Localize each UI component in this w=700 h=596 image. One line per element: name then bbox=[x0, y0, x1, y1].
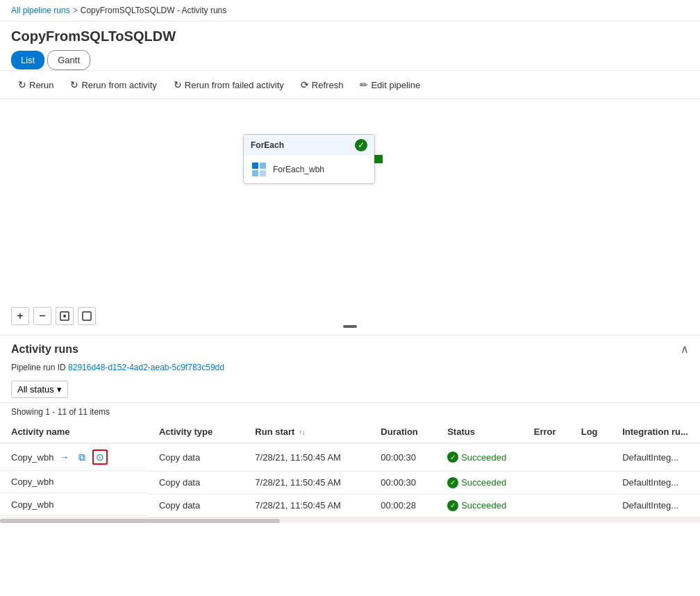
refresh-label: Refresh bbox=[312, 80, 344, 90]
col-header-duration: Duration bbox=[369, 421, 436, 443]
activity-name-text: Copy_wbh bbox=[11, 477, 53, 487]
table-header-row: Activity name Activity type Run start ↑↓… bbox=[0, 421, 700, 443]
svg-rect-6 bbox=[83, 312, 91, 320]
action-icons: →⧉⊙ bbox=[56, 449, 108, 465]
cell-duration: 00:00:28 bbox=[369, 494, 436, 517]
canvas-controls: + − bbox=[11, 307, 96, 325]
svg-rect-3 bbox=[260, 170, 266, 176]
breadcrumb: All pipeline runs > CopyFromSQLToSQLDW -… bbox=[0, 0, 700, 22]
foreach-body: ForEach_wbh bbox=[244, 156, 374, 183]
status-success-icon: ✓ bbox=[447, 477, 458, 488]
collapse-button[interactable]: ∧ bbox=[681, 342, 689, 356]
cell-status: ✓Succeeded bbox=[436, 494, 523, 517]
table-row: Copy_wbhCopy data7/28/21, 11:50:45 AM00:… bbox=[0, 494, 700, 517]
status-text: Succeeded bbox=[461, 500, 506, 511]
cell-error bbox=[523, 494, 570, 517]
refresh-icon: ⟳ bbox=[301, 79, 309, 90]
view-icon[interactable]: ⊙ bbox=[92, 449, 108, 465]
rerun-icon: ↻ bbox=[18, 79, 26, 90]
cell-status: ✓Succeeded bbox=[436, 471, 523, 494]
status-filter-label: All status bbox=[17, 384, 54, 395]
cell-activity-name: Copy_wbh bbox=[0, 471, 148, 493]
canvas-area: ForEach ✓ ForEach_wbh + − bbox=[0, 99, 700, 336]
cell-activity-type: Copy data bbox=[148, 471, 244, 494]
svg-rect-0 bbox=[252, 163, 258, 169]
chevron-down-icon: ▾ bbox=[57, 384, 62, 395]
pipeline-run-id-row: Pipeline run ID 82916d48-d152-4ad2-aeab-… bbox=[0, 363, 700, 376]
status-success-icon: ✓ bbox=[447, 452, 458, 463]
cell-log bbox=[570, 443, 611, 471]
horizontal-scrollbar[interactable] bbox=[0, 518, 700, 523]
cell-run-start: 7/28/21, 11:50:45 AM bbox=[244, 471, 369, 494]
foreach-connector bbox=[374, 155, 383, 163]
col-header-activity-type: Activity type bbox=[148, 421, 244, 443]
rerun-from-failed-button[interactable]: ↻ Rerun from failed activity bbox=[167, 76, 291, 93]
activity-table: Activity name Activity type Run start ↑↓… bbox=[0, 421, 700, 518]
foreach-header-title: ForEach bbox=[251, 140, 284, 150]
showing-count: Showing 1 - 11 of 11 items bbox=[0, 403, 700, 421]
status-text: Succeeded bbox=[461, 452, 506, 463]
filter-row: All status ▾ bbox=[0, 376, 700, 403]
activity-name-text: Copy_wbh bbox=[11, 499, 53, 510]
pipeline-run-id-label: Pipeline run ID bbox=[11, 363, 66, 372]
cell-activity-type: Copy data bbox=[148, 443, 244, 471]
tabs-row: List Gantt bbox=[0, 50, 700, 71]
zoom-out-button[interactable]: − bbox=[33, 307, 51, 325]
refresh-button[interactable]: ⟳ Refresh bbox=[294, 76, 351, 93]
breadcrumb-separator: > bbox=[73, 6, 78, 15]
rerun-from-activity-label: Rerun from activity bbox=[81, 80, 156, 90]
cell-activity-type: Copy data bbox=[148, 494, 244, 517]
col-header-activity-name: Activity name bbox=[0, 421, 148, 443]
pipeline-run-id-link[interactable]: 82916d48-d152-4ad2-aeab-5c9f783c59dd bbox=[68, 363, 224, 372]
foreach-activity-name: ForEach_wbh bbox=[273, 165, 324, 174]
activity-runs-title: Activity runs bbox=[11, 343, 78, 356]
col-header-log: Log bbox=[570, 421, 611, 443]
cell-duration: 00:00:30 bbox=[369, 471, 436, 494]
breadcrumb-current: CopyFromSQLToSQLDW - Activity runs bbox=[81, 6, 227, 15]
cell-activity-name: Copy_wbh→⧉⊙ bbox=[0, 444, 148, 471]
foreach-activity-icon bbox=[251, 161, 267, 178]
scrollbar-thumb[interactable] bbox=[0, 519, 280, 523]
activity-runs-section: Activity runs ∧ Pipeline run ID 82916d48… bbox=[0, 336, 700, 523]
copy-icon[interactable]: ⧉ bbox=[74, 449, 90, 465]
col-header-run-start[interactable]: Run start ↑↓ bbox=[244, 421, 369, 443]
expand-button[interactable] bbox=[78, 307, 96, 325]
zoom-in-button[interactable]: + bbox=[11, 307, 29, 325]
col-header-integration-runtime: Integration ru... bbox=[611, 421, 700, 443]
toolbar: ↻ Rerun ↻ Rerun from activity ↻ Rerun fr… bbox=[0, 71, 700, 99]
status-filter-button[interactable]: All status ▾ bbox=[11, 381, 68, 398]
canvas-collapse-handle[interactable] bbox=[343, 325, 357, 328]
foreach-node[interactable]: ForEach ✓ ForEach_wbh bbox=[243, 134, 375, 184]
cell-error bbox=[523, 443, 570, 471]
page-title: CopyFromSQLToSQLDW bbox=[0, 22, 700, 50]
foreach-header: ForEach ✓ bbox=[244, 135, 374, 156]
cell-log bbox=[570, 471, 611, 494]
svg-rect-1 bbox=[260, 163, 266, 169]
svg-point-5 bbox=[63, 315, 66, 317]
table-row: Copy_wbh→⧉⊙Copy data7/28/21, 11:50:45 AM… bbox=[0, 443, 700, 471]
status-text: Succeeded bbox=[461, 477, 506, 488]
status-success-icon: ✓ bbox=[447, 500, 458, 511]
breadcrumb-link[interactable]: All pipeline runs bbox=[11, 6, 70, 15]
activity-name-text: Copy_wbh bbox=[11, 452, 53, 463]
col-header-status: Status bbox=[436, 421, 523, 443]
table-row: Copy_wbhCopy data7/28/21, 11:50:45 AM00:… bbox=[0, 471, 700, 494]
edit-pipeline-label: Edit pipeline bbox=[371, 80, 420, 90]
svg-rect-2 bbox=[252, 170, 258, 176]
cell-log bbox=[570, 494, 611, 517]
foreach-success-icon: ✓ bbox=[355, 139, 367, 151]
col-header-error: Error bbox=[523, 421, 570, 443]
edit-pipeline-button[interactable]: ✏ Edit pipeline bbox=[353, 76, 427, 93]
tab-list[interactable]: List bbox=[11, 51, 44, 69]
activity-runs-header: Activity runs ∧ bbox=[0, 336, 700, 363]
cell-integration-runtime: DefaultInteg... bbox=[611, 471, 700, 494]
rerun-from-failed-icon: ↻ bbox=[174, 79, 182, 90]
rerun-button[interactable]: ↻ Rerun bbox=[11, 76, 60, 93]
cell-status: ✓Succeeded bbox=[436, 443, 523, 471]
navigate-icon[interactable]: → bbox=[56, 449, 72, 465]
cell-run-start: 7/28/21, 11:50:45 AM bbox=[244, 494, 369, 517]
fit-button[interactable] bbox=[56, 307, 74, 325]
rerun-from-activity-button[interactable]: ↻ Rerun from activity bbox=[63, 76, 163, 93]
rerun-from-failed-label: Rerun from failed activity bbox=[185, 80, 284, 90]
tab-gantt[interactable]: Gantt bbox=[47, 50, 90, 70]
